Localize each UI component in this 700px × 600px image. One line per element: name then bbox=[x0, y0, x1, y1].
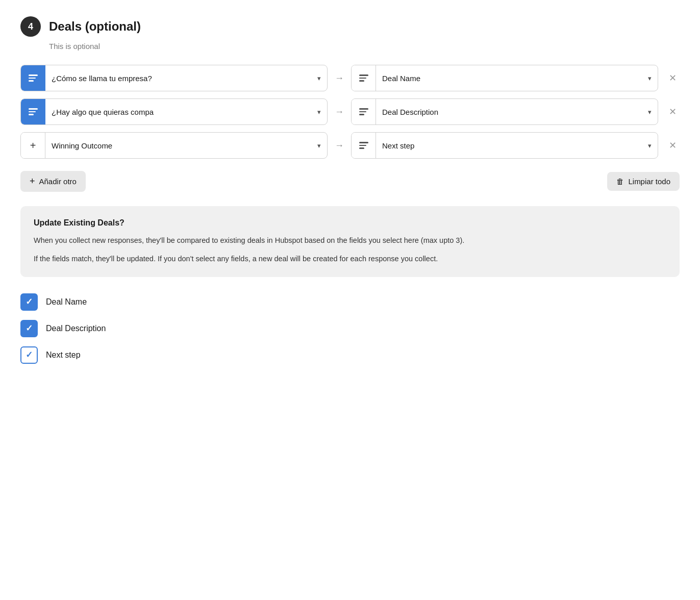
section-title: Deals (optional) bbox=[49, 19, 141, 34]
arrow-connector-1: → bbox=[335, 73, 344, 84]
add-another-button[interactable]: + Añadir otro bbox=[20, 171, 86, 192]
section-subtitle: This is optional bbox=[49, 42, 680, 51]
left-dropdown-2[interactable]: ¿Hay algo que quieras compa ▾ bbox=[20, 98, 328, 125]
left-dropdown-1[interactable]: ¿Cómo se llama tu empresa? ▾ bbox=[20, 65, 328, 91]
chevron-down-icon: ▾ bbox=[311, 74, 327, 82]
left-icon-2 bbox=[21, 99, 45, 124]
info-box: Update Existing Deals? When you collect … bbox=[20, 206, 680, 277]
checkmark-icon: ✓ bbox=[26, 351, 33, 359]
trash-icon: 🗑 bbox=[616, 177, 624, 186]
lines-icon bbox=[29, 74, 38, 82]
right-icon-2 bbox=[352, 99, 376, 124]
left-label-2: ¿Hay algo que quieras compa bbox=[45, 108, 311, 116]
mapping-row: + Winning Outcome ▾ → Next step ▾ ✕ bbox=[20, 132, 680, 159]
arrow-connector-3: → bbox=[335, 140, 344, 151]
right-icon-1 bbox=[352, 65, 376, 91]
plus-icon: + bbox=[30, 176, 35, 187]
checkbox-label-next-step: Next step bbox=[46, 351, 81, 360]
checkbox-next-step[interactable]: ✓ bbox=[20, 346, 38, 364]
action-row: + Añadir otro 🗑 Limpiar todo bbox=[20, 171, 680, 192]
lines-icon bbox=[359, 142, 368, 149]
chevron-down-icon: ▾ bbox=[642, 142, 658, 149]
left-dropdown-3[interactable]: + Winning Outcome ▾ bbox=[20, 132, 328, 159]
right-dropdown-3[interactable]: Next step ▾ bbox=[351, 132, 658, 159]
checkbox-label-deal-name: Deal Name bbox=[46, 297, 87, 307]
checkbox-deal-description[interactable]: ✓ bbox=[20, 320, 38, 337]
arrow-connector-2: → bbox=[335, 107, 344, 117]
info-box-text-1: When you collect new responses, they'll … bbox=[34, 235, 666, 246]
right-label-3: Next step bbox=[376, 141, 642, 150]
lines-icon bbox=[359, 108, 368, 115]
checkbox-list: ✓ Deal Name ✓ Deal Description ✓ Next st… bbox=[20, 293, 680, 364]
lines-icon bbox=[359, 74, 368, 82]
left-label-1: ¿Cómo se llama tu empresa? bbox=[45, 74, 311, 83]
right-dropdown-2[interactable]: Deal Description ▾ bbox=[351, 98, 658, 125]
clear-button-label: Limpiar todo bbox=[628, 177, 670, 186]
step-badge: 4 bbox=[20, 16, 41, 37]
clear-all-button[interactable]: 🗑 Limpiar todo bbox=[607, 172, 680, 191]
remove-button-2[interactable]: ✕ bbox=[665, 105, 680, 119]
info-box-text-2: If the fields match, they'll be updated.… bbox=[34, 253, 666, 264]
checkbox-row-next-step: ✓ Next step bbox=[20, 346, 680, 364]
checkbox-deal-name[interactable]: ✓ bbox=[20, 293, 38, 311]
left-label-3: Winning Outcome bbox=[45, 141, 311, 150]
right-label-1: Deal Name bbox=[376, 74, 642, 83]
remove-button-3[interactable]: ✕ bbox=[665, 138, 680, 153]
checkbox-row-deal-name: ✓ Deal Name bbox=[20, 293, 680, 311]
checkmark-icon: ✓ bbox=[26, 297, 33, 306]
left-icon-3: + bbox=[21, 133, 45, 158]
chevron-down-icon: ▾ bbox=[642, 74, 658, 82]
add-button-label: Añadir otro bbox=[39, 177, 77, 186]
mappings-container: ¿Cómo se llama tu empresa? ▾ → Deal Name… bbox=[20, 65, 680, 159]
lines-icon bbox=[29, 108, 38, 115]
right-dropdown-1[interactable]: Deal Name ▾ bbox=[351, 65, 658, 91]
right-label-2: Deal Description bbox=[376, 108, 642, 116]
checkbox-label-deal-description: Deal Description bbox=[46, 324, 106, 333]
right-icon-3 bbox=[352, 133, 376, 158]
mapping-row: ¿Cómo se llama tu empresa? ▾ → Deal Name… bbox=[20, 65, 680, 91]
checkmark-icon: ✓ bbox=[26, 324, 33, 333]
chevron-down-icon: ▾ bbox=[642, 108, 658, 116]
chevron-down-icon: ▾ bbox=[311, 108, 327, 116]
info-box-title: Update Existing Deals? bbox=[34, 218, 666, 228]
section-header: 4 Deals (optional) bbox=[20, 16, 680, 37]
left-icon-1 bbox=[21, 65, 45, 91]
mapping-row: ¿Hay algo que quieras compa ▾ → Deal Des… bbox=[20, 98, 680, 125]
checkbox-row-deal-description: ✓ Deal Description bbox=[20, 320, 680, 337]
remove-button-1[interactable]: ✕ bbox=[665, 71, 680, 85]
chevron-down-icon: ▾ bbox=[311, 142, 327, 149]
